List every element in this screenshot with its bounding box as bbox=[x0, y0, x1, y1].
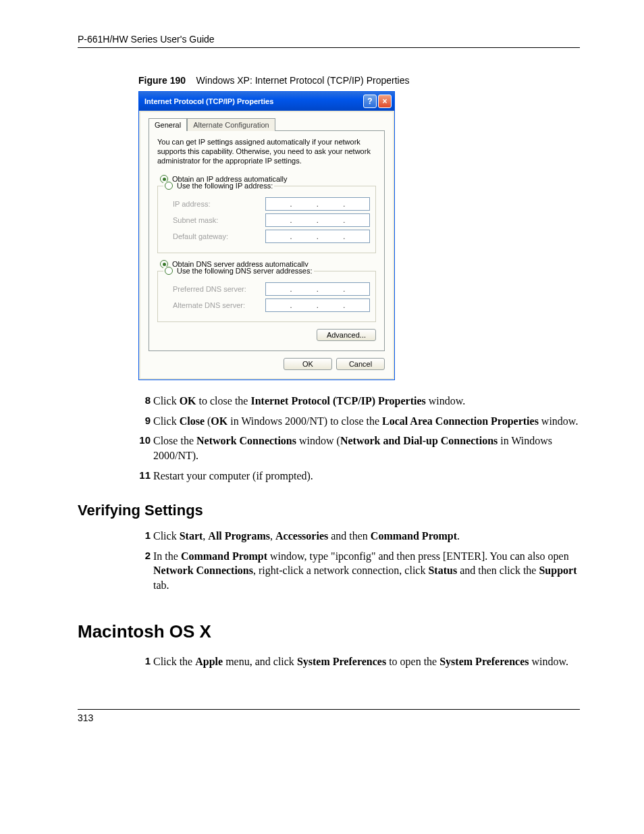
heading-verifying-settings: Verifying Settings bbox=[78, 502, 580, 519]
tab-bar: General Alternate Configuration bbox=[149, 118, 385, 130]
step-text: Restart your computer (if prompted). bbox=[153, 469, 580, 484]
dialog-screenshot: Internet Protocol (TCP/IP) Properties ? … bbox=[138, 91, 580, 380]
mac-step-1: 1 Click the Apple menu, and click System… bbox=[138, 654, 580, 669]
default-gateway-input[interactable]: ... bbox=[265, 230, 370, 243]
step-text: Close the Network Connections window (Ne… bbox=[153, 434, 580, 463]
page-header: P-661H/HW Series User's Guide bbox=[78, 34, 580, 48]
figure-label: Figure 190 bbox=[138, 75, 186, 86]
ok-button[interactable]: OK bbox=[284, 358, 332, 370]
figure-caption-text: Windows XP: Internet Protocol (TCP/IP) P… bbox=[196, 75, 410, 86]
cancel-button[interactable]: Cancel bbox=[336, 358, 385, 370]
dialog-intro-text: You can get IP settings assigned automat… bbox=[157, 138, 376, 165]
step-text: Click Close (OK in Windows 2000/NT) to c… bbox=[153, 414, 580, 429]
dialog-title: Internet Protocol (TCP/IP) Properties bbox=[144, 97, 273, 105]
radio-ip-manual-label: Use the following IP address: bbox=[177, 182, 273, 190]
page-number: 313 bbox=[78, 712, 93, 723]
step-number: 1 bbox=[138, 529, 153, 544]
dns-manual-group: Use the following DNS server addresses: … bbox=[157, 271, 376, 322]
preferred-dns-input[interactable]: ... bbox=[265, 282, 370, 296]
subnet-mask-input[interactable]: ... bbox=[265, 213, 370, 227]
step-text: Click Start, All Programs, Accessories a… bbox=[153, 529, 580, 544]
radio-dns-manual-label: Use the following DNS server addresses: bbox=[177, 267, 313, 275]
step-number: 10 bbox=[138, 434, 153, 463]
heading-macintosh-osx: Macintosh OS X bbox=[78, 621, 580, 642]
step-number: 9 bbox=[138, 414, 153, 429]
step-9: 9 Click Close (OK in Windows 2000/NT) to… bbox=[138, 414, 580, 429]
step-11: 11 Restart your computer (if prompted). bbox=[138, 469, 580, 484]
step-number: 1 bbox=[138, 654, 153, 669]
titlebar: Internet Protocol (TCP/IP) Properties ? … bbox=[139, 92, 394, 111]
step-number: 2 bbox=[138, 549, 153, 593]
step-8: 8 Click OK to close the Internet Protoco… bbox=[138, 394, 580, 409]
subnet-mask-label: Subnet mask: bbox=[173, 216, 265, 224]
ip-manual-group: Use the following IP address: IP address… bbox=[157, 186, 376, 253]
verify-step-2: 2 In the Command Prompt window, type "ip… bbox=[138, 549, 580, 593]
radio-unselected-icon[interactable] bbox=[165, 267, 173, 275]
tab-panel-general: You can get IP settings assigned automat… bbox=[149, 130, 385, 351]
help-icon[interactable]: ? bbox=[363, 95, 377, 108]
ip-address-input[interactable]: ... bbox=[265, 197, 370, 211]
ip-address-label: IP address: bbox=[173, 200, 265, 208]
close-icon[interactable]: × bbox=[378, 95, 392, 108]
default-gateway-label: Default gateway: bbox=[173, 232, 265, 240]
step-text: In the Command Prompt window, type "ipco… bbox=[153, 549, 580, 593]
step-text: Click the Apple menu, and click System P… bbox=[153, 654, 580, 669]
step-number: 11 bbox=[138, 469, 153, 484]
tab-alternate[interactable]: Alternate Configuration bbox=[187, 118, 275, 131]
step-text: Click OK to close the Internet Protocol … bbox=[153, 394, 580, 409]
advanced-button[interactable]: Advanced... bbox=[317, 329, 376, 341]
tab-general[interactable]: General bbox=[149, 118, 187, 131]
header-title: P-661H/HW Series User's Guide bbox=[78, 34, 215, 45]
preferred-dns-label: Preferred DNS server: bbox=[173, 285, 265, 293]
radio-unselected-icon[interactable] bbox=[165, 182, 173, 190]
tcpip-properties-dialog: Internet Protocol (TCP/IP) Properties ? … bbox=[138, 91, 395, 380]
page-footer: 313 bbox=[78, 709, 580, 723]
alternate-dns-label: Alternate DNS server: bbox=[173, 301, 265, 309]
figure-caption: Figure 190 Windows XP: Internet Protocol… bbox=[138, 75, 580, 86]
step-10: 10 Close the Network Connections window … bbox=[138, 434, 580, 463]
alternate-dns-input[interactable]: ... bbox=[265, 298, 370, 312]
step-number: 8 bbox=[138, 394, 153, 409]
verify-step-1: 1 Click Start, All Programs, Accessories… bbox=[138, 529, 580, 544]
